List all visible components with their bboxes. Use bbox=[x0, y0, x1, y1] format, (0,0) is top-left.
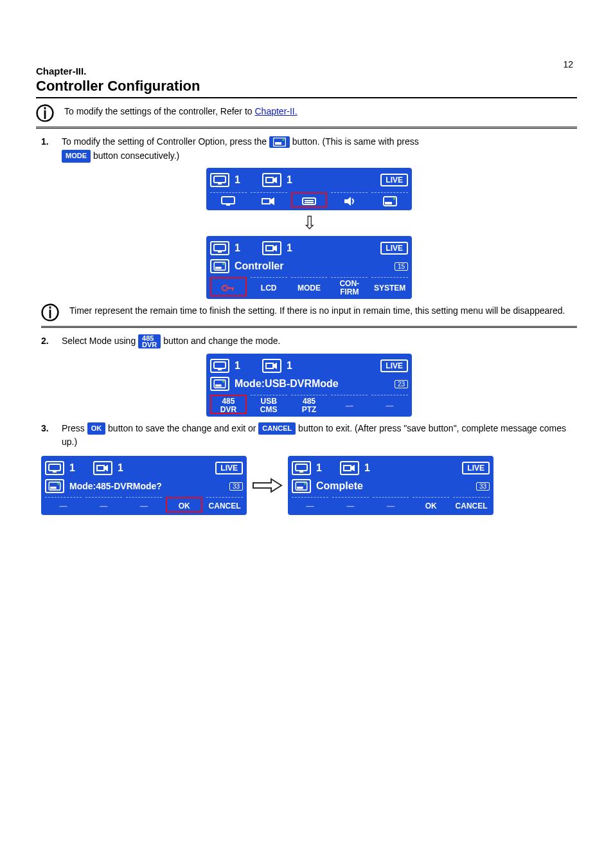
monitor-number: 1 bbox=[316, 462, 322, 474]
svg-rect-27 bbox=[232, 287, 233, 291]
controller-icon bbox=[273, 138, 286, 147]
svg-rect-33 bbox=[215, 384, 222, 387]
arrow-down-icon: ⇩ bbox=[302, 214, 317, 232]
camera-icon bbox=[262, 241, 281, 255]
monitor-icon bbox=[221, 195, 235, 207]
arrow-right-icon bbox=[252, 474, 283, 497]
lcd-screen-mode-select: 1 1 LIVE Mode:USB-DVRMode 23 485DVR USBC… bbox=[206, 354, 412, 416]
cancel-badge: CANCEL bbox=[258, 422, 296, 435]
step-1-number: 1. bbox=[41, 135, 55, 149]
camera-icon bbox=[93, 461, 112, 475]
soft-keyboard[interactable] bbox=[291, 192, 328, 208]
svg-rect-40 bbox=[50, 487, 57, 489]
step-1-text-b: button. (This is same with press bbox=[292, 136, 419, 147]
status-chip: LIVE bbox=[462, 462, 490, 475]
step-3: 3. Press OK button to save the change an… bbox=[41, 422, 577, 449]
step-2: 2. Select Mode using 485DVR button and c… bbox=[41, 334, 577, 349]
soft-empty: — bbox=[292, 497, 328, 512]
svg-rect-35 bbox=[49, 464, 60, 471]
chapter-title: Controller Configuration bbox=[36, 78, 577, 95]
svg-rect-3 bbox=[214, 176, 226, 183]
step-1: 1. To modify the setting of Controller O… bbox=[41, 135, 577, 163]
step-2-number: 2. bbox=[41, 334, 55, 348]
soft-confirm[interactable]: CON-FIRM bbox=[331, 277, 368, 296]
soft-empty: — bbox=[332, 497, 369, 512]
lcd-screen-confirm: 1 1 LIVE Mode:485-DVRMode? 33 — — — OK bbox=[41, 456, 247, 515]
soft-empty: — bbox=[126, 497, 163, 512]
ok-badge: OK bbox=[87, 422, 106, 435]
camera-number: 1 bbox=[118, 462, 123, 474]
keyboard-icon bbox=[302, 195, 316, 207]
svg-rect-1 bbox=[275, 142, 281, 145]
camera-number: 1 bbox=[364, 462, 370, 474]
step-3-text-b: button to save the change and exit or bbox=[108, 423, 258, 433]
svg-rect-4 bbox=[218, 183, 222, 185]
soft-empty: — bbox=[331, 395, 368, 413]
lcd-screen-complete: 1 1 LIVE Complete 33 — — — OK CAN bbox=[288, 456, 493, 515]
complete-label: Complete bbox=[316, 480, 363, 492]
soft-empty: — bbox=[373, 497, 409, 512]
svg-rect-8 bbox=[226, 204, 230, 206]
info-note-2: ⓘ Timer represent the remain time to fin… bbox=[41, 304, 577, 322]
svg-marker-9 bbox=[262, 199, 270, 204]
chapter-heading: Chapter-III. Controller Configuration bbox=[36, 66, 577, 98]
sound-icon bbox=[342, 195, 357, 207]
monitor-number: 1 bbox=[235, 242, 240, 254]
soft-system[interactable]: SYSTEM bbox=[371, 277, 408, 296]
soft-lcd[interactable]: LCD bbox=[251, 277, 287, 296]
soft-usb-cms[interactable]: USBCMS bbox=[251, 395, 287, 413]
svg-point-41 bbox=[57, 483, 59, 485]
step-3-text-a: Press bbox=[62, 423, 87, 433]
soft-ok[interactable]: OK bbox=[166, 497, 202, 512]
step-2-text-b: button and change the mode. bbox=[163, 336, 280, 346]
svg-point-24 bbox=[222, 263, 224, 265]
soft-485-ptz[interactable]: 485PTZ bbox=[291, 395, 328, 413]
svg-rect-36 bbox=[53, 471, 57, 473]
timer-value: 33 bbox=[229, 482, 243, 491]
page-number: 12 bbox=[563, 59, 573, 69]
status-chip: LIVE bbox=[380, 359, 408, 372]
chapter-super: Chapter-III. bbox=[36, 66, 577, 77]
monitor-number: 1 bbox=[235, 360, 240, 372]
soft-monitor[interactable] bbox=[210, 192, 247, 208]
lcd-screen-controller-menu: 1 1 LIVE Controller 15 LCD M bbox=[206, 236, 412, 298]
divider bbox=[36, 127, 577, 129]
monitor-icon bbox=[210, 241, 229, 255]
soft-key[interactable] bbox=[210, 277, 247, 296]
soft-empty: — bbox=[45, 497, 82, 512]
soft-camera[interactable] bbox=[251, 192, 287, 208]
soft-ok[interactable]: OK bbox=[413, 497, 449, 512]
svg-marker-20 bbox=[266, 246, 273, 251]
svg-point-48 bbox=[304, 483, 306, 485]
divider bbox=[41, 326, 577, 328]
svg-marker-14 bbox=[344, 197, 351, 206]
controller-icon bbox=[210, 259, 229, 273]
soft-cancel[interactable]: CANCEL bbox=[206, 497, 243, 512]
soft-controller[interactable] bbox=[371, 192, 408, 208]
soft-mode[interactable]: MODE bbox=[291, 277, 328, 296]
svg-marker-10 bbox=[270, 197, 274, 205]
timer-value: 23 bbox=[395, 380, 408, 388]
monitor-icon bbox=[210, 173, 229, 187]
soft-cancel[interactable]: CANCEL bbox=[453, 497, 490, 512]
monitor-icon bbox=[210, 359, 229, 373]
info2-text: Timer represent the remain time to finis… bbox=[69, 304, 565, 318]
svg-marker-5 bbox=[266, 177, 273, 183]
step-1-text-c: button consecutively.) bbox=[93, 150, 179, 161]
camera-icon bbox=[262, 173, 281, 187]
timer-value: 15 bbox=[395, 262, 408, 271]
svg-point-25 bbox=[222, 285, 227, 291]
soft-485-dvr[interactable]: 485DVR bbox=[210, 395, 247, 413]
info1-prefix: To modify the settings of the controller… bbox=[64, 106, 254, 116]
info1-link[interactable]: Chapter-II. bbox=[254, 106, 297, 116]
svg-marker-44 bbox=[344, 466, 351, 471]
info-note-1: ⓘ To modify the settings of the controll… bbox=[36, 105, 577, 123]
controller-icon bbox=[383, 195, 397, 207]
status-chip: LIVE bbox=[380, 242, 408, 255]
soft-sound[interactable] bbox=[331, 192, 368, 208]
camera-number: 1 bbox=[287, 360, 292, 372]
camera-icon bbox=[262, 195, 276, 207]
status-chip: LIVE bbox=[380, 174, 408, 186]
svg-marker-37 bbox=[97, 466, 104, 471]
svg-rect-28 bbox=[214, 362, 226, 368]
